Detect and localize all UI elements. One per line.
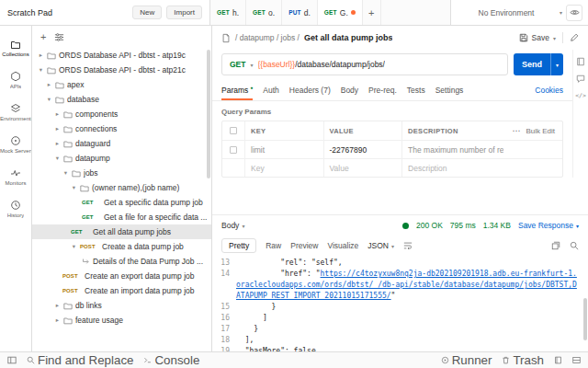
tree-item-folder[interactable]: ▸ apex [32,77,211,92]
request-tab-1[interactable]: GET h. [210,0,246,25]
response-body-dropdown[interactable]: Body ▾ [221,221,244,230]
bootcamp-button[interactable] [554,356,562,364]
chevron-right-icon[interactable]: ▸ [54,110,61,118]
view-tab-raw[interactable]: Raw [266,241,281,250]
sidebar-toggle-button[interactable] [7,356,17,364]
chevron-right-icon[interactable]: ▸ [54,140,61,147]
comments-button[interactable] [576,75,585,84]
code-snippet-button[interactable]: </> [575,92,586,99]
runner-button[interactable]: Runner [441,353,492,367]
find-and-replace-button[interactable]: Find and Replace [27,353,133,367]
tree-item-request[interactable]: GET Get a file for a specific data ... [32,210,211,224]
search-button[interactable] [570,241,579,250]
tree-item-request[interactable]: POST Create an import data pump job [32,283,211,298]
new-button[interactable]: New [132,6,162,19]
wrap-text-button[interactable] [403,241,413,250]
chevron-right-icon[interactable]: ▸ [54,316,61,324]
bulk-edit-link[interactable]: Bulk Edit [526,127,555,135]
tree-item-collection[interactable]: ▾ ORDS Database API - dbtst - atp21c [32,63,211,77]
add-collection-button[interactable]: + [40,31,46,42]
chevron-right-icon[interactable]: ▸ [46,81,52,88]
edit-button[interactable] [570,33,579,42]
request-tab-2[interactable]: GET o. [246,0,282,25]
view-tab-visualize[interactable]: Visualize [327,241,358,250]
tab-auth[interactable]: Auth [263,79,279,100]
rail-item-collections[interactable]: Collections [0,33,31,63]
view-tab-preview[interactable]: Preview [290,241,318,250]
scrollbar-thumb[interactable] [583,298,587,340]
chevron-down-icon[interactable]: ▾ [46,96,52,103]
tree-item-request[interactable]: GET Get a specific data pump job [32,195,211,210]
environment-selector[interactable]: No Environment [457,8,556,17]
tree-item-folder[interactable]: ▾ datapump [32,151,211,166]
chevron-down-icon[interactable]: ▾ [71,184,77,191]
rail-item-environments[interactable]: Environments [0,98,31,127]
tree-item-collection[interactable]: ▸ ORDS Database API - dbtst - atp19c [32,48,211,63]
rail-item-history[interactable]: History [0,194,31,224]
trash-button[interactable]: Trash [502,353,544,367]
breadcrumb[interactable]: / datapump / jobs / [235,33,300,42]
tree-item-request-selected[interactable]: GET Get all data pump jobs [32,224,211,239]
new-tab-button[interactable]: + [363,0,381,25]
more-options-icon[interactable]: ⋯ [512,126,520,135]
request-tab-4-active[interactable]: GET G. [318,0,363,25]
chevron-down-icon[interactable]: ▾ [62,169,69,177]
chevron-down-icon[interactable]: ▾ [71,243,77,250]
chevron-right-icon[interactable]: ▸ [38,52,44,59]
rail-item-apis[interactable]: APIs [0,65,31,95]
filter-button[interactable] [54,32,64,42]
param-key-cell[interactable]: limit [244,141,323,158]
chevron-down-icon[interactable]: ▾ [38,66,44,74]
param-description-placeholder[interactable]: Description [401,159,503,177]
rail-item-mock-servers[interactable]: Mock Servers [0,130,31,159]
status-badge: 200 OK [416,221,443,230]
param-key-placeholder[interactable]: Key [244,159,323,177]
cookies-link[interactable]: Cookies [535,86,563,95]
two-pane-view-button[interactable] [572,356,581,364]
save-button[interactable]: Save ▾ [519,33,556,42]
url-input[interactable]: {{baseUrl}}/database/datapump/jobs/ [258,60,385,69]
tree-item-example[interactable]: Details of the Data Pump Job ... [32,254,211,269]
console-button[interactable]: Console [143,353,199,367]
param-value-cell[interactable]: -22767890 [323,141,402,158]
response-body-viewer[interactable]: 13 "rel": "self", 14 "href": "https://c4… [212,256,588,351]
tree-item-folder[interactable]: ▸ db links [32,298,211,313]
tree-item-folder[interactable]: ▸ feature usage [32,313,211,328]
tree-item-request[interactable]: ▾ POST Create a data pump job [32,239,211,254]
tree-item-folder[interactable]: ▸ dataguard [32,136,211,151]
request-tab-3[interactable]: PUT d. [282,0,318,25]
copy-button[interactable] [551,241,560,250]
documentation-button[interactable] [576,57,585,66]
tab-headers[interactable]: Headers (7) [289,79,331,100]
tab-pre-request[interactable]: Pre-req. [368,79,397,100]
view-tab-pretty[interactable]: Pretty [221,238,256,253]
tree-item-folder[interactable]: ▾ jobs [32,166,211,180]
tree-item-folder[interactable]: ▾ database [32,92,211,107]
tree-item-folder[interactable]: ▸ components [32,107,211,121]
scrollbar-thumb[interactable] [207,50,210,178]
chevron-right-icon[interactable]: ▸ [54,125,61,132]
chevron-down-icon[interactable]: ▾ [551,53,563,75]
chevron-right-icon[interactable]: ▸ [54,302,61,309]
tab-settings[interactable]: Settings [435,79,464,100]
language-dropdown[interactable]: JSON ▾ [368,241,394,250]
method-selector[interactable]: GET [230,60,245,69]
save-response-button[interactable]: Save Response ▾ [518,221,579,230]
chevron-down-icon[interactable]: ▾ [54,155,61,162]
param-value-placeholder[interactable]: Value [323,159,402,177]
param-checkbox[interactable] [222,141,244,158]
import-button[interactable]: Import [166,6,202,19]
param-description-cell[interactable]: The maximum number of records to ... [401,141,503,158]
tree-item-folder[interactable]: ▾ (owner name),(job name) [32,180,211,195]
rail-item-monitors[interactable]: Monitors [0,162,31,191]
url-field[interactable]: GET ▾ {{baseUrl}}/database/datapump/jobs… [221,53,508,75]
workspace-title[interactable]: Scratch Pad [7,8,52,17]
environment-quick-look-button[interactable] [566,5,582,21]
tab-tests[interactable]: Tests [407,79,425,100]
tree-item-request[interactable]: POST Create an export data pump job [32,269,211,283]
tab-body[interactable]: Body [341,79,358,100]
tree-item-folder[interactable]: ▸ connections [32,121,211,136]
tab-params[interactable]: Params● [221,79,253,100]
send-button[interactable]: Send ▾ [514,53,563,75]
select-all-checkbox[interactable] [222,121,244,140]
